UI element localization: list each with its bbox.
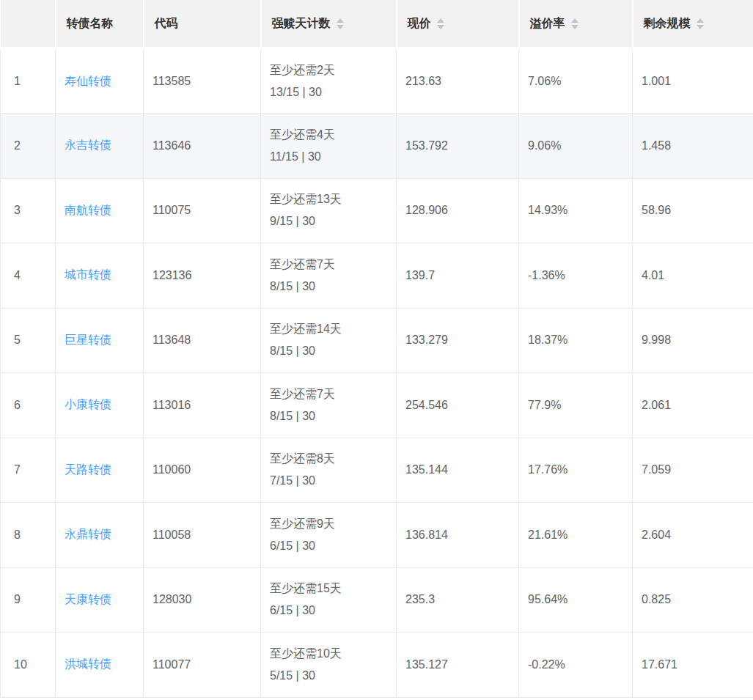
table-row: 6小康转债113016至少还需7天8/15 | 30254.54677.9%2.… bbox=[1, 373, 753, 438]
remaining-size-text: 4.01 bbox=[642, 269, 664, 281]
sort-caret-up-icon[interactable] bbox=[337, 18, 344, 23]
price-cell: 128.906 bbox=[397, 178, 519, 243]
price-cell: 235.3 bbox=[397, 567, 519, 633]
bond-code-text: 110060 bbox=[153, 463, 191, 476]
premium-rate-text: -0.22% bbox=[528, 658, 565, 671]
bond-name-cell: 小康转债 bbox=[56, 373, 144, 438]
bond-name-link[interactable]: 天路转债 bbox=[65, 463, 111, 476]
premium-rate-text: 18.37% bbox=[528, 334, 567, 346]
premium-rate-cell: -1.36% bbox=[519, 243, 633, 309]
premium-rate-text: -1.36% bbox=[528, 269, 565, 281]
bond-code-text: 113585 bbox=[153, 75, 191, 87]
column-header-force_redeem_count[interactable]: 强赎天计数 bbox=[261, 0, 397, 48]
premium-rate-cell: 21.61% bbox=[519, 503, 633, 568]
price-cell: 153.792 bbox=[397, 114, 519, 179]
price-text: 254.546 bbox=[405, 399, 448, 411]
row-index-cell: 10 bbox=[1, 633, 56, 698]
bond-code-cell: 110058 bbox=[144, 503, 261, 568]
column-header-remaining_size[interactable]: 剩余规模 bbox=[633, 0, 753, 48]
redeem-progress-text: 8/15 | 30 bbox=[270, 276, 390, 298]
sort-caret-down-icon[interactable] bbox=[337, 25, 344, 29]
bond-code-cell: 113648 bbox=[144, 308, 261, 373]
bond-name-link[interactable]: 南航转债 bbox=[65, 204, 111, 216]
redeem-progress-text: 9/15 | 30 bbox=[270, 210, 390, 232]
bond-name-link[interactable]: 寿仙转债 bbox=[65, 75, 111, 87]
price-cell: 135.127 bbox=[397, 633, 519, 698]
remaining-size-text: 17.671 bbox=[642, 658, 677, 671]
redeem-progress-text: 6/15 | 30 bbox=[270, 535, 390, 557]
remaining-size-cell: 2.604 bbox=[633, 503, 753, 568]
sort-caret-icon[interactable] bbox=[571, 18, 578, 29]
price-text: 213.63 bbox=[405, 75, 441, 87]
premium-rate-cell: 95.64% bbox=[519, 567, 633, 633]
bond-name-link[interactable]: 天康转债 bbox=[65, 593, 111, 605]
bond-name-link[interactable]: 洪城转债 bbox=[65, 657, 111, 670]
row-index-cell: 1 bbox=[1, 48, 56, 114]
redeem-progress-text: 7/15 | 30 bbox=[270, 470, 390, 492]
sort-caret-up-icon[interactable] bbox=[571, 18, 578, 23]
premium-rate-cell: 7.06% bbox=[519, 48, 633, 114]
price-text: 133.279 bbox=[405, 334, 448, 346]
redeem-days-text: 至少还需7天 bbox=[270, 383, 390, 405]
redeem-days-text: 至少还需10天 bbox=[270, 643, 390, 665]
bond-name-cell: 洪城转债 bbox=[56, 633, 144, 698]
table-row: 10洪城转债110077至少还需10天5/15 | 30135.127-0.22… bbox=[1, 633, 753, 698]
row-index-text: 1 bbox=[14, 75, 21, 87]
remaining-size-cell: 0.825 bbox=[633, 567, 753, 633]
premium-rate-cell: 14.93% bbox=[519, 178, 633, 243]
row-index-text: 5 bbox=[14, 334, 21, 346]
sort-caret-icon[interactable] bbox=[697, 18, 704, 29]
bond-name-link[interactable]: 巨星转债 bbox=[65, 334, 111, 346]
column-header-label: 强赎天计数 bbox=[272, 16, 331, 32]
table-row: 3南航转债110075至少还需13天9/15 | 30128.90614.93%… bbox=[1, 178, 753, 243]
sort-caret-up-icon[interactable] bbox=[437, 18, 444, 23]
remaining-size-text: 58.96 bbox=[642, 204, 671, 216]
remaining-size-cell: 1.001 bbox=[633, 48, 753, 114]
convertible-bond-table: 转债名称代码强赎天计数现价溢价率剩余规模 1寿仙转债113585至少还需2天13… bbox=[0, 0, 753, 700]
redeem-progress-text: 5/15 | 30 bbox=[270, 665, 390, 687]
sort-caret-down-icon[interactable] bbox=[437, 25, 444, 29]
redeem-days-text: 至少还需8天 bbox=[270, 448, 390, 470]
row-index-text: 6 bbox=[14, 399, 21, 411]
remaining-size-text: 1.001 bbox=[642, 75, 671, 87]
premium-rate-text: 9.06% bbox=[528, 139, 561, 152]
premium-rate-cell: 9.06% bbox=[519, 114, 633, 179]
table-row: 7天路转债110060至少还需8天7/15 | 30135.14417.76%7… bbox=[1, 438, 753, 503]
remaining-size-cell: 17.671 bbox=[633, 633, 753, 698]
premium-rate-text: 21.61% bbox=[528, 528, 567, 541]
sort-caret-down-icon[interactable] bbox=[571, 25, 578, 29]
column-header-premium_rate[interactable]: 溢价率 bbox=[519, 0, 633, 48]
column-header-price[interactable]: 现价 bbox=[397, 0, 519, 48]
bond-name-link[interactable]: 城市转债 bbox=[65, 268, 111, 281]
row-index-cell: 4 bbox=[1, 243, 56, 309]
bond-code-cell: 110075 bbox=[144, 178, 261, 243]
column-header-label: 剩余规模 bbox=[644, 16, 691, 32]
price-cell: 139.7 bbox=[397, 243, 519, 309]
remaining-size-text: 1.458 bbox=[642, 139, 671, 152]
sort-caret-down-icon[interactable] bbox=[697, 25, 704, 29]
row-index-cell: 9 bbox=[1, 567, 56, 633]
table-header-row: 转债名称代码强赎天计数现价溢价率剩余规模 bbox=[1, 0, 753, 48]
sort-caret-icon[interactable] bbox=[437, 18, 444, 29]
price-text: 235.3 bbox=[405, 593, 435, 605]
remaining-size-cell: 4.01 bbox=[633, 243, 753, 309]
sort-caret-icon[interactable] bbox=[337, 18, 344, 29]
table-row: 5巨星转债113648至少还需14天8/15 | 30133.27918.37%… bbox=[1, 308, 753, 373]
sort-caret-up-icon[interactable] bbox=[697, 18, 704, 23]
price-text: 135.127 bbox=[405, 658, 448, 671]
column-header-name: 转债名称 bbox=[56, 0, 144, 48]
bond-name-link[interactable]: 永鼎转债 bbox=[65, 528, 111, 540]
premium-rate-text: 95.64% bbox=[528, 593, 567, 605]
bond-name-link[interactable]: 永吉转债 bbox=[65, 139, 111, 151]
redeem-count-cell: 至少还需9天6/15 | 30 bbox=[261, 503, 397, 568]
remaining-size-text: 0.825 bbox=[642, 593, 671, 605]
remaining-size-cell: 58.96 bbox=[633, 178, 753, 243]
bond-name-link[interactable]: 小康转债 bbox=[65, 398, 111, 410]
bond-code-text: 110075 bbox=[153, 204, 191, 216]
premium-rate-text: 7.06% bbox=[528, 75, 561, 87]
redeem-count-cell: 至少还需4天11/15 | 30 bbox=[261, 114, 397, 179]
price-cell: 133.279 bbox=[397, 308, 519, 373]
row-index-cell: 7 bbox=[1, 438, 56, 503]
remaining-size-text: 2.061 bbox=[642, 399, 671, 411]
price-cell: 254.546 bbox=[397, 373, 519, 438]
